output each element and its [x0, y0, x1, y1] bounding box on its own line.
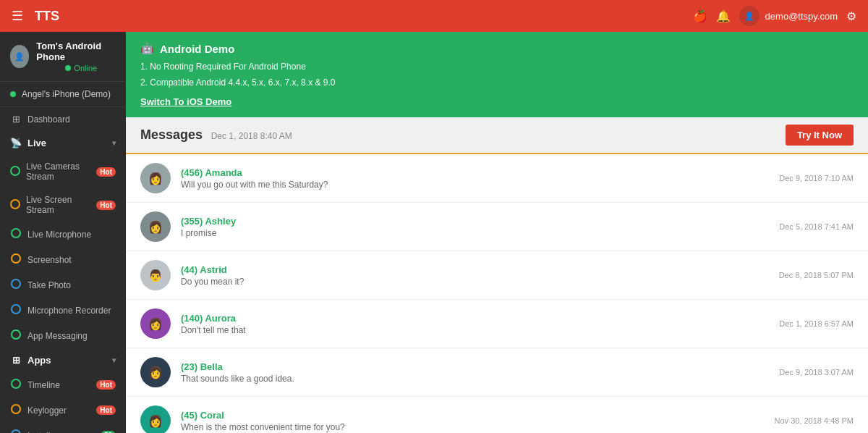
message-row[interactable]: 👨 (44) Astrid Do you mean it? Dec 8, 201… [126, 251, 868, 300]
second-device-dot [10, 91, 16, 97]
message-name: (45) Coral [181, 410, 765, 421]
sidebar-item-take-photo[interactable]: Take Photo [0, 272, 126, 298]
sidebar-item-live-microphone[interactable]: Live Microphone [0, 222, 126, 247]
keylogger-badge: Hot [96, 405, 116, 415]
mic-recorder-icon [10, 304, 22, 316]
messages-title: Messages [140, 127, 203, 142]
sidebar-item-live-cameras[interactable]: Live Cameras Stream Hot [0, 155, 126, 188]
android-banner: 🤖 Android Demo 1. No Rooting Required Fo… [126, 32, 868, 117]
message-row[interactable]: 👩 (45) Coral When is the most convenient… [126, 397, 868, 433]
sidebar-item-install[interactable]: Install 59 [0, 423, 126, 433]
device-section: 👤 Tom's Android Phone Online [0, 32, 126, 82]
user-avatar: 👤 [739, 6, 760, 26]
sidebar-item-live-screen[interactable]: Live Screen Stream Hot [0, 188, 126, 222]
message-time: Dec 5, 2018 7:41 AM [779, 222, 854, 231]
sidebar-item-label: Timeline [27, 380, 60, 390]
message-body: (140) Aurora Don't tell me that [181, 313, 769, 335]
sidebar-item-label: Take Photo [27, 280, 71, 290]
live-expand-icon: ▾ [112, 139, 116, 147]
message-preview: That sounds like a good idea. [181, 374, 769, 384]
second-device-name: Angel's iPhone (Demo) [22, 89, 111, 99]
sidebar-item-live[interactable]: 📡 Live ▾ [0, 131, 126, 155]
message-time: Nov 30, 2018 4:48 PM [775, 416, 854, 425]
android-icon: 🤖 [140, 42, 154, 55]
sidebar-item-keylogger[interactable]: Keylogger Hot [0, 398, 126, 423]
install-icon [10, 429, 22, 433]
live-cameras-badge: Hot [96, 167, 116, 177]
live-screen-badge: Hot [96, 201, 116, 210]
sidebar-item-timeline[interactable]: Timeline Hot [0, 372, 126, 398]
top-header: ☰ TTS 🍎 🔔 👤 demo@ttspy.com ⚙ [0, 0, 868, 32]
device-avatar: 👤 [10, 45, 29, 68]
avatar: 👩 [140, 308, 171, 339]
switch-to-ios-link[interactable]: Switch To iOS Demo [140, 96, 231, 107]
sidebar-item-apps[interactable]: ⊞ Apps ▾ [0, 348, 126, 372]
message-time: Dec 8, 2018 5:07 PM [779, 271, 854, 279]
apple-icon[interactable]: 🍎 [693, 9, 707, 23]
live-icon: 📡 [10, 138, 22, 148]
sidebar-item-angel-iphone[interactable]: Angel's iPhone (Demo) [0, 82, 126, 107]
menu-icon[interactable]: ☰ [12, 8, 23, 24]
try-it-now-button[interactable]: Try It Now [786, 125, 854, 146]
logo: TTS [35, 9, 59, 24]
message-preview: Will you go out with me this Saturday? [181, 180, 769, 190]
message-time: Dec 9, 2018 3:07 AM [779, 368, 854, 377]
microphone-icon [10, 228, 22, 240]
messages-list: 👩 (456) Amanda Will you go out with me t… [126, 154, 868, 433]
sidebar-item-label: Install [27, 431, 50, 434]
apps-icon: ⊞ [10, 355, 22, 366]
message-name: (44) Astrid [181, 264, 769, 275]
message-row[interactable]: 👩 (456) Amanda Will you go out with me t… [126, 154, 868, 203]
sidebar-item-label: App Messaging [27, 331, 88, 341]
avatar: 👩 [140, 357, 171, 387]
banner-title: 🤖 Android Demo [140, 42, 854, 55]
messages-title-area: Messages Dec 1, 2018 8:40 AM [140, 127, 292, 143]
message-body: (355) Ashley I promise [181, 216, 769, 238]
dashboard-icon: ⊞ [10, 114, 22, 125]
message-preview: Do you mean it? [181, 277, 769, 287]
messages-header: Messages Dec 1, 2018 8:40 AM Try It Now [126, 117, 868, 154]
user-info: 👤 demo@ttspy.com [739, 6, 838, 26]
keylogger-icon [10, 404, 22, 416]
message-row[interactable]: 👩 (140) Aurora Don't tell me that Dec 1,… [126, 300, 868, 348]
message-name: (23) Bella [181, 361, 769, 372]
message-name: (456) Amanda [181, 167, 769, 178]
device-status: Online [65, 64, 116, 72]
live-screen-icon [10, 199, 20, 211]
message-body: (44) Astrid Do you mean it? [181, 264, 769, 287]
settings-icon[interactable]: ⚙ [846, 9, 856, 23]
avatar: 👨 [140, 260, 171, 290]
message-preview: Don't tell me that [181, 325, 769, 335]
timeline-badge: Hot [96, 380, 116, 390]
header-right: 🍎 🔔 👤 demo@ttspy.com ⚙ [693, 6, 856, 26]
banner-points: 1. No Rooting Required For Android Phone… [140, 59, 854, 91]
header-left: ☰ TTS [12, 8, 59, 24]
device-name: Tom's Android Phone [36, 41, 116, 62]
message-row[interactable]: 👩 (23) Bella That sounds like a good ide… [126, 348, 868, 397]
status-dot [65, 65, 71, 71]
app-messaging-icon [10, 329, 22, 342]
avatar: 👩 [140, 163, 171, 193]
message-body: (45) Coral When is the most convenient t… [181, 410, 765, 432]
message-preview: When is the most convenient time for you… [181, 422, 765, 432]
sidebar-item-screenshot[interactable]: Screenshot [0, 247, 126, 272]
timeline-icon [10, 379, 22, 391]
sidebar-item-dashboard[interactable]: ⊞ Dashboard [0, 107, 126, 131]
sidebar-item-label: Live Screen Stream [26, 195, 90, 215]
screenshot-icon [10, 253, 22, 266]
sidebar-item-app-messaging[interactable]: App Messaging [0, 323, 126, 348]
sidebar-item-microphone-recorder[interactable]: Microphone Recorder [0, 298, 126, 323]
banner-point2: 2. Compatible Android 4.4.x, 5.x, 6.x, 7… [140, 75, 854, 91]
sidebar-item-label: Live Cameras Stream [26, 161, 90, 182]
sidebar-item-label: Live Microphone [27, 230, 91, 240]
message-name: (355) Ashley [181, 216, 769, 227]
take-photo-icon [10, 279, 22, 291]
notification-icon[interactable]: 🔔 [716, 9, 731, 23]
sidebar-item-label: Dashboard [27, 114, 70, 125]
message-row[interactable]: 👩 (355) Ashley I promise Dec 5, 2018 7:4… [126, 203, 868, 251]
live-label: Live [27, 138, 46, 148]
message-time: Dec 9, 2018 7:10 AM [779, 174, 854, 182]
sidebar-item-label: Microphone Recorder [27, 306, 111, 316]
banner-point1: 1. No Rooting Required For Android Phone [140, 59, 854, 75]
sidebar-item-label: Screenshot [27, 255, 72, 265]
